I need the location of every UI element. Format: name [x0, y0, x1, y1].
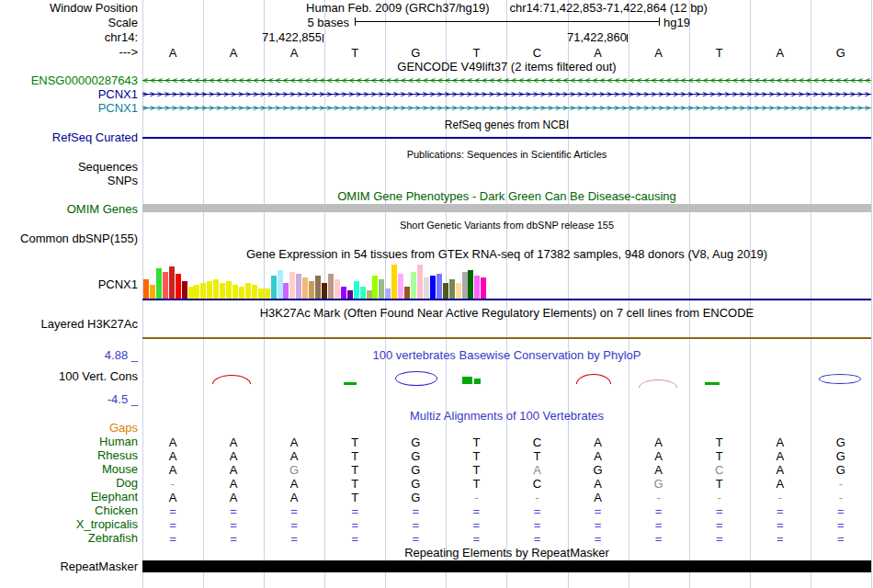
gtex-bar[interactable] — [252, 285, 257, 300]
gtex-bar-chart[interactable] — [143, 265, 493, 300]
h3k27ac-signal-line[interactable] — [142, 337, 871, 339]
gtex-gene-label[interactable]: PCNX1 — [0, 278, 138, 291]
gtex-bar[interactable] — [443, 283, 448, 300]
gtex-bar[interactable] — [220, 283, 225, 300]
alignment-row-zebrafish[interactable]: ============ — [142, 532, 871, 546]
gencode-item-label-ensg[interactable]: ENSG00000287643 — [0, 74, 138, 87]
gtex-bar[interactable] — [334, 279, 340, 300]
gtex-bar[interactable] — [213, 279, 219, 300]
gtex-bar[interactable] — [411, 272, 416, 300]
gtex-bar[interactable] — [182, 281, 187, 300]
alignment-row-rhesus[interactable]: AAATGTTAATAG — [142, 449, 871, 463]
species-label-elephant[interactable]: Elephant — [0, 491, 138, 503]
gtex-bar[interactable] — [462, 272, 468, 300]
gtex-bar[interactable] — [200, 283, 206, 300]
common-dbsnp-label[interactable]: Common dbSNP(155) — [0, 232, 138, 245]
repeatmasker-bar[interactable] — [142, 560, 871, 572]
gencode-item-label-pcnx1[interactable]: PCNX1 — [0, 88, 138, 101]
species-label-x_tropicalis[interactable]: X_tropicalis — [0, 518, 138, 531]
h3k27ac-label[interactable]: Layered H3K27Ac — [0, 318, 138, 331]
gtex-bar[interactable] — [169, 266, 175, 300]
alignment-row-elephant[interactable]: AAATG--A---- — [142, 491, 871, 504]
gtex-bar[interactable] — [341, 287, 346, 300]
gtex-bar[interactable] — [232, 285, 238, 300]
gtex-bar[interactable] — [226, 281, 232, 300]
alignment-row-x_tropicalis[interactable]: ============ — [142, 518, 871, 532]
gtex-bar[interactable] — [176, 274, 181, 300]
refseq-track-title[interactable]: RefSeq genes from NCBI — [142, 119, 871, 131]
transcript-pcnx1-alt[interactable]: >>>>>>>>>>>>>>>>>>>>>>>>>>>>>>>>>>>>>>>>… — [142, 103, 871, 114]
publications-track-title[interactable]: Publications: Sequences in Scientific Ar… — [142, 148, 871, 161]
species-label-mouse[interactable]: Mouse — [0, 463, 138, 476]
alignment-row-human[interactable]: AAATGTCAATAG — [142, 435, 871, 449]
dbsnp-track-title[interactable]: Short Genetic Variants from dbSNP releas… — [142, 219, 871, 232]
gtex-bar[interactable] — [474, 276, 480, 300]
gtex-bar[interactable] — [156, 268, 162, 300]
gencode-track-title[interactable]: GENCODE V49lift37 (2 items filtered out) — [142, 61, 871, 74]
gaps-label[interactable]: Gaps — [0, 422, 138, 435]
omim-genes-label[interactable]: OMIM Genes — [0, 203, 138, 216]
gtex-gene-line[interactable] — [142, 299, 871, 300]
repeatmasker-label[interactable]: RepeatMasker — [0, 560, 138, 573]
gtex-bar[interactable] — [372, 276, 378, 300]
gtex-bar[interactable] — [424, 277, 429, 300]
species-label-zebrafish[interactable]: Zebrafish — [0, 532, 138, 545]
gtex-bar[interactable] — [302, 277, 308, 300]
gtex-bar[interactable] — [398, 274, 403, 300]
alignment-row-mouse[interactable]: AAGTGTAGACAG — [142, 463, 871, 477]
gtex-bar[interactable] — [379, 279, 384, 300]
gtex-bar[interactable] — [150, 285, 155, 300]
gtex-bar[interactable] — [143, 279, 149, 300]
gtex-bar[interactable] — [404, 287, 410, 300]
gtex-bar[interactable] — [289, 272, 295, 300]
gtex-bar[interactable] — [271, 276, 277, 300]
omim-gene-bar[interactable] — [142, 204, 871, 212]
alignment-row-dog[interactable]: -AATGTCAGTA- — [142, 477, 871, 491]
multiz-track-title[interactable]: Multiz Alignments of 100 Vertebrates — [142, 410, 871, 423]
gtex-bar[interactable] — [278, 270, 283, 300]
h3k27ac-track-title[interactable]: H3K27Ac Mark (Often Found Near Active Re… — [142, 307, 871, 320]
gtex-bar[interactable] — [239, 287, 244, 300]
gtex-bar[interactable] — [391, 265, 397, 300]
refseq-curated-label[interactable]: RefSeq Curated — [0, 131, 138, 144]
alignment-cell: = — [689, 504, 750, 518]
gtex-bar[interactable] — [456, 283, 461, 300]
species-label-dog[interactable]: Dog — [0, 477, 138, 490]
sequences-label[interactable]: Sequences — [0, 161, 138, 174]
omim-track-title[interactable]: OMIM Gene Phenotypes - Dark Green Can Be… — [142, 190, 871, 203]
gtex-bar[interactable] — [163, 272, 168, 300]
gtex-bar[interactable] — [449, 279, 455, 300]
gtex-bar[interactable] — [315, 276, 321, 300]
species-label-human[interactable]: Human — [0, 435, 138, 448]
species-label-chicken[interactable]: Chicken — [0, 504, 138, 517]
refseq-gene-line[interactable] — [142, 137, 871, 139]
gtex-bar[interactable] — [481, 277, 486, 300]
repeatmasker-track-title[interactable]: Repeating Elements by RepeatMasker — [142, 547, 871, 560]
gtex-bar[interactable] — [194, 285, 199, 300]
gtex-bar[interactable] — [468, 270, 473, 300]
gtex-bar[interactable] — [322, 283, 327, 300]
gtex-bar[interactable] — [188, 287, 194, 300]
gtex-bar[interactable] — [430, 276, 436, 300]
gtex-bar[interactable] — [207, 281, 212, 300]
gtex-bar[interactable] — [296, 274, 301, 300]
gtex-bar[interactable] — [328, 274, 334, 300]
species-label-rhesus[interactable]: Rhesus — [0, 449, 138, 462]
conservation-label[interactable]: 100 Vert. Cons — [0, 370, 138, 383]
alignment-cell: G — [629, 477, 689, 491]
snps-label[interactable]: SNPs — [0, 175, 138, 187]
gtex-bar[interactable] — [417, 265, 423, 300]
gtex-bar[interactable] — [360, 287, 366, 300]
gtex-bar[interactable] — [354, 281, 359, 300]
transcript-pcnx1[interactable]: >>>>>>>>>>>>>>>>>>>>>>>>>>>>>>>>>>>>>>>>… — [142, 89, 871, 100]
gtex-bar[interactable] — [283, 283, 289, 300]
gencode-item-label-pcnx1-alt[interactable]: PCNX1 — [0, 102, 138, 115]
transcript-ensg00000287643[interactable]: <<<<<<<<<<<<<<<<<<<<<<<<<<<<<<<<<<<<<<<<… — [142, 75, 871, 86]
alignment-cell: T — [324, 477, 385, 491]
gtex-track-title[interactable]: Gene Expression in 54 tissues from GTEx … — [142, 248, 871, 261]
alignment-row-chicken[interactable]: ============ — [142, 504, 871, 518]
gtex-bar[interactable] — [245, 283, 251, 300]
conservation-track-title[interactable]: 100 vertebrates Basewise Conservation by… — [142, 349, 871, 362]
gtex-bar[interactable] — [436, 274, 442, 300]
gtex-bar[interactable] — [309, 281, 314, 300]
